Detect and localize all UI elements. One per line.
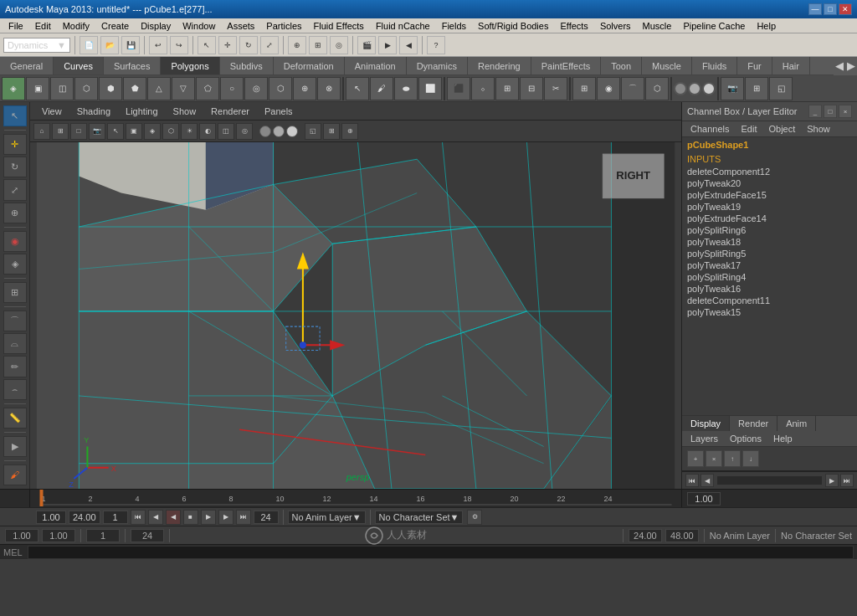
snap-pt-icon[interactable]: ◉ — [597, 77, 620, 100]
channel-item-5[interactable]: polySplitRing6 — [682, 224, 857, 236]
playback-play-btn[interactable]: ▶ — [201, 510, 216, 525]
layer-up-icon[interactable]: ↑ — [724, 450, 741, 467]
show-manip[interactable]: ⊞ — [3, 282, 27, 303]
vp-menu-panels[interactable]: Panels — [258, 105, 300, 117]
undo-icon[interactable]: ↩ — [149, 36, 167, 54]
bridge-icon[interactable]: ⬦ — [471, 77, 495, 100]
vp-menu-shading[interactable]: Shading — [70, 105, 117, 117]
tab-deformation[interactable]: Deformation — [274, 57, 345, 74]
tool1-icon[interactable]: ▣ — [26, 77, 49, 100]
channel-item-3[interactable]: polyTweak19 — [682, 201, 857, 213]
time-end-field[interactable]: 24.00 — [69, 511, 100, 524]
ch-tab-anim[interactable]: Anim — [777, 416, 816, 431]
tab-polygons[interactable]: Polygons — [161, 57, 219, 74]
help-icon[interactable]: ? — [427, 36, 445, 54]
channel-nav-start[interactable]: ⏮ — [685, 474, 699, 487]
anim-layer-dropdown[interactable]: No Anim Layer ▼ — [288, 511, 366, 524]
tool2-icon[interactable]: ◫ — [50, 77, 74, 100]
timeline[interactable]: 1 2 4 6 8 10 12 14 16 18 20 22 24 1.00 — [0, 489, 857, 507]
curve-cv[interactable]: ⌒ — [3, 311, 27, 331]
ch-menu-edit[interactable]: Edit — [736, 123, 762, 135]
lasso-icon[interactable]: ⬬ — [394, 77, 418, 100]
channel-nav-end[interactable]: ⏭ — [840, 474, 854, 487]
vp-menu-renderer[interactable]: Renderer — [204, 105, 256, 117]
dynamics-dropdown[interactable]: Dynamics ▼ — [3, 38, 70, 53]
snap3-icon[interactable]: ◎ — [330, 36, 348, 54]
tab-scroll-right-button[interactable]: ▶ — [845, 57, 857, 75]
vp-select-icon[interactable]: ↖ — [107, 123, 124, 140]
scale-icon[interactable]: ⤢ — [260, 36, 279, 54]
time-start-field[interactable]: 1.00 — [36, 511, 66, 524]
ch-menu-channels[interactable]: Channels — [685, 123, 734, 135]
channel-item-9[interactable]: polySplitRing4 — [682, 271, 857, 283]
menu-effects[interactable]: Effects — [555, 20, 593, 32]
tab-curves[interactable]: Curves — [54, 57, 104, 74]
menu-fluid-ncache[interactable]: Fluid nCache — [371, 20, 435, 32]
minimize-button[interactable]: — — [808, 3, 822, 15]
vp-hud-icon[interactable]: ◱ — [305, 123, 321, 140]
vp-menu-show[interactable]: Show — [167, 105, 203, 117]
move-tool[interactable]: ✛ — [3, 134, 27, 155]
marquee-icon[interactable]: ⬜ — [418, 77, 442, 100]
playback-back-btn[interactable]: ◀ — [166, 510, 181, 525]
tab-rendering[interactable]: Rendering — [468, 57, 531, 74]
select-icon[interactable]: ↖ — [198, 36, 216, 54]
menu-modify[interactable]: Modify — [58, 20, 95, 32]
menu-solvers[interactable]: Solvers — [595, 20, 636, 32]
tab-dynamics[interactable]: Dynamics — [407, 57, 468, 74]
vp-home-icon[interactable]: ⌂ — [33, 123, 50, 140]
tool13-icon[interactable]: ⊗ — [317, 77, 341, 100]
menu-soft-rigid[interactable]: Soft/Rigid Bodies — [473, 20, 553, 32]
tab-painteffects[interactable]: PaintEffects — [531, 57, 602, 74]
ch-menu-object[interactable]: Object — [763, 123, 800, 135]
open-icon[interactable]: 📂 — [100, 36, 119, 54]
channel-item-11[interactable]: deleteComponent11 — [682, 295, 857, 306]
ch-tab-render[interactable]: Render — [730, 416, 777, 431]
tool4-icon[interactable]: ⬢ — [99, 77, 122, 100]
channel-list[interactable]: deleteComponent12 polyTweak20 polyExtrud… — [682, 166, 857, 415]
channel-item-0[interactable]: deleteComponent12 — [682, 166, 857, 177]
universal-manip[interactable]: ⊕ — [3, 203, 27, 223]
menu-assets[interactable]: Assets — [222, 20, 259, 32]
channel-item-4[interactable]: polyExtrudeFace14 — [682, 213, 857, 224]
select-mode-icon[interactable]: ↖ — [346, 77, 369, 100]
tool11-icon[interactable]: ⬡ — [269, 77, 292, 100]
tool8-icon[interactable]: ⬠ — [196, 77, 219, 100]
tool12-icon[interactable]: ⊕ — [293, 77, 316, 100]
bc-extra-btn[interactable]: ⚙ — [467, 510, 482, 525]
tab-subdivs[interactable]: Subdivs — [220, 57, 274, 74]
render3-icon[interactable]: ◀ — [399, 36, 418, 54]
vp-menu-view[interactable]: View — [35, 105, 69, 117]
channel-nav-prev[interactable]: ◀ — [700, 474, 714, 487]
tool6-icon[interactable]: △ — [147, 77, 171, 100]
vp-grid-icon[interactable]: ⊞ — [323, 123, 340, 140]
rotate-tool[interactable]: ↻ — [3, 157, 27, 177]
tool9-icon[interactable]: ○ — [220, 77, 244, 100]
playback-start-field[interactable]: 1 — [103, 511, 128, 524]
split-icon[interactable]: ⊟ — [520, 77, 543, 100]
vp-circle1[interactable] — [259, 126, 271, 137]
paint-icon[interactable]: 🖌 — [370, 77, 393, 100]
snap-curve-icon[interactable]: ⌒ — [621, 77, 644, 100]
snap2-icon[interactable]: ⊞ — [309, 36, 327, 54]
tab-surfaces[interactable]: Surfaces — [104, 57, 161, 74]
menu-help[interactable]: Help — [752, 20, 781, 32]
layer-menu-layers[interactable]: Layers — [685, 433, 723, 444]
paint-effects-tool[interactable]: 🖌 — [3, 465, 27, 485]
timeline-ruler[interactable]: 1 2 4 6 8 10 12 14 16 18 20 22 24 — [30, 490, 681, 507]
channel-item-8[interactable]: polyTweak17 — [682, 259, 857, 271]
vp-circle2[interactable] — [273, 126, 285, 137]
menu-fluid-effects[interactable]: Fluid Effects — [309, 20, 369, 32]
sculpt-tool[interactable]: ◈ — [3, 254, 27, 275]
vp-shadow-icon[interactable]: ◐ — [199, 123, 216, 140]
soft-select[interactable]: ◉ — [3, 231, 27, 252]
maximize-button[interactable]: □ — [824, 3, 837, 15]
tab-hair[interactable]: Hair — [772, 57, 810, 74]
redo-icon[interactable]: ↪ — [170, 36, 188, 54]
ch-menu-show[interactable]: Show — [802, 123, 835, 135]
menu-fields[interactable]: Fields — [437, 20, 471, 32]
vp-fit-icon[interactable]: ⊞ — [52, 123, 69, 140]
arc-tool[interactable]: ⌢ — [3, 379, 27, 400]
ch-expand-icon[interactable]: □ — [824, 105, 837, 118]
tab-muscle[interactable]: Muscle — [642, 57, 692, 74]
